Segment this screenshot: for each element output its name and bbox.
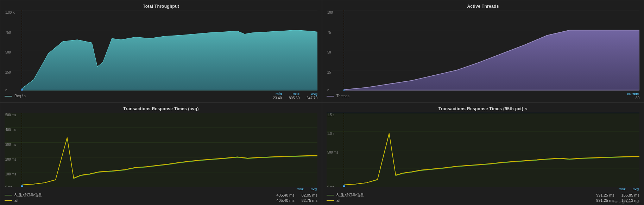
95th-row2-line	[327, 200, 334, 201]
dropdown-arrow-icon[interactable]: ∨	[525, 107, 528, 111]
svg-text:75: 75	[327, 30, 331, 35]
response-95th-row1-label: 8_生成订单信息	[327, 192, 364, 198]
row1-max: 405.40 ms	[276, 193, 294, 197]
chart-response-avg: 14:08 14:10 14:12 14:14 14:16 14:18 14:2…	[5, 113, 317, 187]
threads-stats: current 80	[627, 92, 639, 100]
response-avg-row1-label: 8_生成订单信息	[5, 192, 42, 198]
row2-max: 405.40 ms	[276, 198, 294, 203]
watermark: CSDN @JavaEdge...	[612, 200, 642, 204]
threads-legend-line	[327, 96, 334, 97]
bl-avg-header: avg	[311, 187, 317, 191]
panel-title-threads: Active Threads	[327, 4, 639, 9]
svg-text:100: 100	[327, 10, 333, 14]
row1-values: 405.40 ms 82.05 ms	[276, 193, 317, 197]
throughput-min-header: min	[276, 92, 282, 96]
response-avg-row1: 8_生成订单信息 405.40 ms 82.05 ms	[5, 192, 317, 198]
threads-current-group: current 80	[627, 92, 639, 100]
panel-total-throughput: Total Throughput	[0, 0, 322, 103]
response-95th-row1: 8_生成订单信息 991.25 ms 165.85 ms	[327, 192, 639, 198]
svg-text:1.00 K: 1.00 K	[5, 10, 15, 14]
svg-text:0: 0	[327, 88, 329, 91]
row2-avg: 82.75 ms	[302, 198, 317, 203]
95th-row1-name: 8_生成订单信息	[336, 192, 364, 198]
svg-text:500: 500	[5, 50, 11, 54]
response-avg-row2-label: all	[5, 198, 18, 203]
svg-rect-52	[5, 113, 317, 187]
95th-row1-values: 991.25 ms 165.85 ms	[596, 193, 639, 197]
row2-values: 405.40 ms 82.75 ms	[276, 198, 317, 203]
95th-row1-max: 991.25 ms	[596, 193, 614, 197]
svg-text:500 ms: 500 ms	[5, 113, 16, 117]
chart-response-95th: 14:08 14:10 14:12 14:14 14:16 14:18 14:2…	[327, 113, 639, 187]
throughput-legend: Req / s min 23.40 max 805.60 avg 647.70	[5, 91, 317, 100]
svg-text:25: 25	[327, 70, 331, 74]
svg-text:50: 50	[327, 50, 331, 54]
response-95th-row2-label: all	[327, 198, 340, 203]
svg-text:0 ms: 0 ms	[327, 185, 334, 187]
throughput-min-value: 23.40	[273, 96, 282, 100]
svg-text:750: 750	[5, 30, 11, 35]
threads-label: Threads	[336, 94, 349, 98]
svg-text:0 ms: 0 ms	[5, 185, 12, 187]
row2-name: all	[14, 198, 18, 203]
svg-text:1.5 s: 1.5 s	[327, 113, 334, 117]
panel-active-threads: Active Threads 14:08	[322, 0, 644, 103]
response-95th-legend: max avg 8_生成订单信息 991.25 ms 165.85 ms all	[327, 187, 639, 203]
svg-text:400 ms: 400 ms	[5, 128, 16, 132]
throughput-avg-group: avg 647.70	[307, 92, 317, 100]
row1-name: 8_生成订单信息	[14, 192, 42, 198]
95th-row2-name: all	[336, 198, 340, 203]
panel-response-avg: Transactions Response Times (avg) 14:08	[0, 103, 322, 205]
chart-threads: 14:08 14:10 14:12 14:14 14:16 14:18 14:2…	[327, 10, 639, 91]
95th-row1-avg: 165.85 ms	[621, 193, 639, 197]
panel-title-throughput: Total Throughput	[5, 4, 317, 9]
row1-avg: 82.05 ms	[302, 193, 317, 197]
panel-title-response-95th: Transactions Response Times (95th pct) ∨	[327, 106, 639, 111]
threads-legend: Threads current 80	[327, 91, 639, 100]
response-avg-row2: all 405.40 ms 82.75 ms	[5, 198, 317, 203]
threads-legend-label: Threads	[327, 94, 349, 98]
svg-rect-81	[327, 113, 639, 187]
svg-text:0: 0	[5, 88, 7, 91]
throughput-avg-value: 647.70	[307, 96, 317, 100]
response-95th-row2: all 991.25 ms 167.13 ms	[327, 198, 639, 203]
row2-line	[5, 200, 12, 201]
br-max-header: max	[619, 187, 626, 191]
svg-text:100 ms: 100 ms	[5, 172, 16, 176]
svg-text:200 ms: 200 ms	[5, 157, 16, 162]
dashboard: Total Throughput	[0, 0, 644, 205]
response-avg-legend: max avg 8_生成订单信息 405.40 ms 82.05 ms all	[5, 187, 317, 203]
svg-text:1.0 s: 1.0 s	[327, 131, 334, 136]
throughput-min-group: min 23.40	[273, 92, 282, 100]
95th-row1-line	[327, 195, 334, 195]
svg-text:500 ms: 500 ms	[327, 150, 338, 154]
panel-95th-title-text: Transactions Response Times (95th pct)	[438, 106, 523, 111]
throughput-max-header: max	[292, 92, 299, 96]
svg-text:300 ms: 300 ms	[5, 142, 16, 147]
threads-current-value: 80	[636, 96, 639, 100]
throughput-legend-label: Req / s	[5, 94, 26, 98]
threads-current-header: current	[627, 92, 639, 96]
throughput-max-group: max 805.60	[289, 92, 300, 100]
throughput-stats: min 23.40 max 805.60 avg 647.70	[273, 92, 317, 100]
throughput-legend-line	[5, 96, 12, 97]
throughput-req-label: Req / s	[14, 94, 26, 98]
row1-line	[5, 195, 12, 195]
panel-title-response-avg: Transactions Response Times (avg)	[5, 106, 317, 111]
throughput-max-value: 805.60	[289, 96, 300, 100]
chart-throughput: 14:08 14:10 14:12 14:14 14:16 14:18 14:2…	[5, 10, 317, 91]
br-avg-header: avg	[633, 187, 639, 191]
panel-response-95th: Transactions Response Times (95th pct) ∨	[322, 103, 644, 205]
svg-text:250: 250	[5, 70, 11, 74]
throughput-avg-header: avg	[311, 92, 317, 96]
bl-max-header: max	[297, 187, 304, 191]
